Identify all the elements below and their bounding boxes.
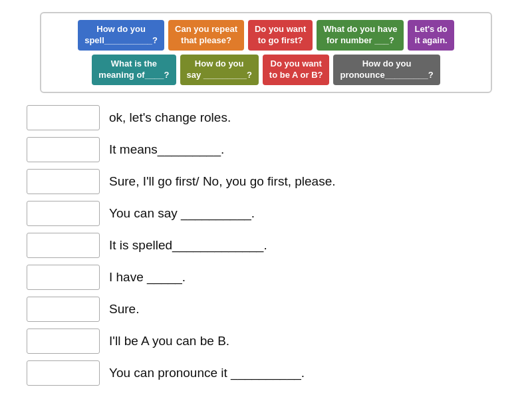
answer-drop-box[interactable] <box>27 329 100 354</box>
answer-row: You can say __________. <box>27 201 505 226</box>
answer-row: I'll be A you can be B. <box>27 329 505 354</box>
phrase-buttons-panel: How do youspell__________? Can you repea… <box>40 12 492 93</box>
answer-drop-box[interactable] <box>27 265 100 290</box>
answer-drop-box[interactable] <box>27 233 100 258</box>
answer-row: Sure, I'll go first/ No, you go first, p… <box>27 169 505 194</box>
answer-text: You can say __________. <box>109 206 255 221</box>
btn-pronounce[interactable]: How do youpronounce_________? <box>333 55 440 85</box>
answer-text: ok, let's change roles. <box>109 110 231 125</box>
answer-row: I have _____. <box>27 265 505 290</box>
answer-row: ok, let's change roles. <box>27 105 505 130</box>
answer-drop-box[interactable] <box>27 105 100 130</box>
btn-can-repeat[interactable]: Can you repeatthat please? <box>168 20 244 51</box>
answer-row: It is spelled_____________. <box>27 233 505 258</box>
answer-drop-box[interactable] <box>27 169 100 194</box>
answer-drop-box[interactable] <box>27 201 100 226</box>
answer-row: You can pronounce it __________. <box>27 360 505 386</box>
answer-drop-box[interactable] <box>27 297 100 322</box>
btn-lets-do[interactable]: Let's doit again. <box>408 20 454 51</box>
btn-go-first[interactable]: Do you wantto go first? <box>248 20 313 51</box>
answers-list: ok, let's change roles.It means_________… <box>0 105 532 386</box>
answer-text: You can pronounce it __________. <box>109 366 305 380</box>
answer-text: Sure. <box>109 302 139 317</box>
btn-how-say[interactable]: How do yousay _________? <box>180 55 259 85</box>
answer-row: Sure. <box>27 297 505 322</box>
answer-text: Sure, I'll go first/ No, you go first, p… <box>109 174 336 189</box>
btn-number[interactable]: What do you havefor number ___? <box>317 20 404 51</box>
answer-row: It means_________. <box>27 137 505 162</box>
btn-a-or-b[interactable]: Do you wantto be A or B? <box>263 55 330 85</box>
answer-drop-box[interactable] <box>27 137 100 162</box>
answer-text: It means_________. <box>109 142 224 157</box>
answer-drop-box[interactable] <box>27 360 100 386</box>
btn-meaning[interactable]: What is themeaning of____? <box>92 55 176 85</box>
btn-how-spell[interactable]: How do youspell__________? <box>78 20 164 51</box>
answer-text: I have _____. <box>109 270 186 285</box>
answer-text: It is spelled_____________. <box>109 238 267 253</box>
answer-text: I'll be A you can be B. <box>109 334 229 348</box>
